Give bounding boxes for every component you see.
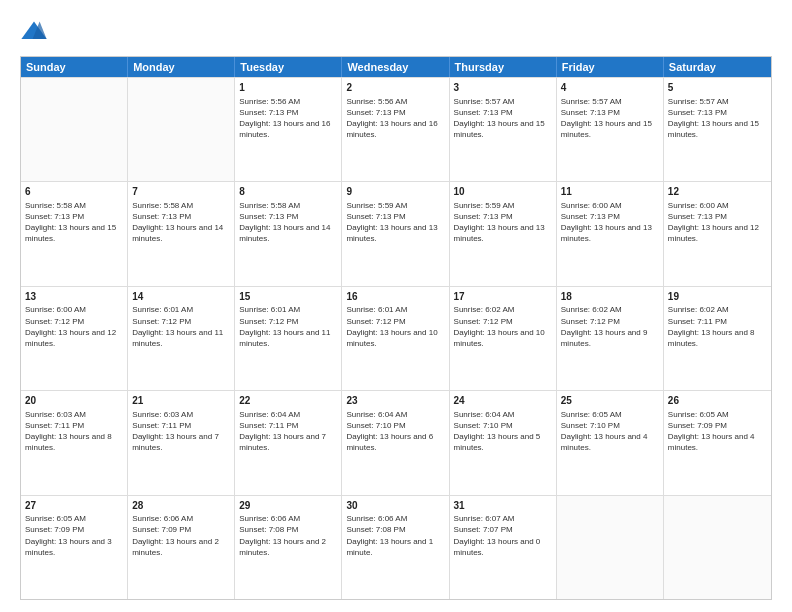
day-number: 10 — [454, 185, 552, 199]
day-number: 25 — [561, 394, 659, 408]
cell-sun-info: Sunrise: 6:02 AM Sunset: 7:12 PM Dayligh… — [454, 304, 552, 349]
calendar-cell: 31Sunrise: 6:07 AM Sunset: 7:07 PM Dayli… — [450, 496, 557, 599]
cell-sun-info: Sunrise: 5:59 AM Sunset: 7:13 PM Dayligh… — [454, 200, 552, 245]
day-number: 8 — [239, 185, 337, 199]
calendar-cell: 10Sunrise: 5:59 AM Sunset: 7:13 PM Dayli… — [450, 182, 557, 285]
cell-sun-info: Sunrise: 5:56 AM Sunset: 7:13 PM Dayligh… — [346, 96, 444, 141]
calendar-cell: 26Sunrise: 6:05 AM Sunset: 7:09 PM Dayli… — [664, 391, 771, 494]
calendar-cell: 11Sunrise: 6:00 AM Sunset: 7:13 PM Dayli… — [557, 182, 664, 285]
cell-sun-info: Sunrise: 5:56 AM Sunset: 7:13 PM Dayligh… — [239, 96, 337, 141]
calendar-body: 1Sunrise: 5:56 AM Sunset: 7:13 PM Daylig… — [21, 77, 771, 599]
cell-sun-info: Sunrise: 5:57 AM Sunset: 7:13 PM Dayligh… — [454, 96, 552, 141]
calendar-cell: 19Sunrise: 6:02 AM Sunset: 7:11 PM Dayli… — [664, 287, 771, 390]
day-number: 5 — [668, 81, 767, 95]
day-number: 7 — [132, 185, 230, 199]
day-number: 2 — [346, 81, 444, 95]
day-number: 15 — [239, 290, 337, 304]
calendar-cell: 4Sunrise: 5:57 AM Sunset: 7:13 PM Daylig… — [557, 78, 664, 181]
calendar-cell: 22Sunrise: 6:04 AM Sunset: 7:11 PM Dayli… — [235, 391, 342, 494]
calendar-cell: 3Sunrise: 5:57 AM Sunset: 7:13 PM Daylig… — [450, 78, 557, 181]
cell-sun-info: Sunrise: 6:05 AM Sunset: 7:10 PM Dayligh… — [561, 409, 659, 454]
calendar-cell: 18Sunrise: 6:02 AM Sunset: 7:12 PM Dayli… — [557, 287, 664, 390]
day-number: 27 — [25, 499, 123, 513]
calendar-row: 13Sunrise: 6:00 AM Sunset: 7:12 PM Dayli… — [21, 286, 771, 390]
cell-sun-info: Sunrise: 5:57 AM Sunset: 7:13 PM Dayligh… — [561, 96, 659, 141]
day-number: 20 — [25, 394, 123, 408]
cell-sun-info: Sunrise: 6:01 AM Sunset: 7:12 PM Dayligh… — [132, 304, 230, 349]
cell-sun-info: Sunrise: 6:02 AM Sunset: 7:11 PM Dayligh… — [668, 304, 767, 349]
cell-sun-info: Sunrise: 6:03 AM Sunset: 7:11 PM Dayligh… — [132, 409, 230, 454]
calendar-cell: 1Sunrise: 5:56 AM Sunset: 7:13 PM Daylig… — [235, 78, 342, 181]
calendar-cell: 24Sunrise: 6:04 AM Sunset: 7:10 PM Dayli… — [450, 391, 557, 494]
day-number: 26 — [668, 394, 767, 408]
cell-sun-info: Sunrise: 5:58 AM Sunset: 7:13 PM Dayligh… — [132, 200, 230, 245]
day-number: 28 — [132, 499, 230, 513]
calendar-cell — [664, 496, 771, 599]
calendar-cell: 16Sunrise: 6:01 AM Sunset: 7:12 PM Dayli… — [342, 287, 449, 390]
calendar-cell: 17Sunrise: 6:02 AM Sunset: 7:12 PM Dayli… — [450, 287, 557, 390]
calendar-cell: 9Sunrise: 5:59 AM Sunset: 7:13 PM Daylig… — [342, 182, 449, 285]
cell-sun-info: Sunrise: 6:04 AM Sunset: 7:10 PM Dayligh… — [454, 409, 552, 454]
day-number: 4 — [561, 81, 659, 95]
calendar: SundayMondayTuesdayWednesdayThursdayFrid… — [20, 56, 772, 600]
cell-sun-info: Sunrise: 6:06 AM Sunset: 7:08 PM Dayligh… — [346, 513, 444, 558]
calendar-cell — [128, 78, 235, 181]
calendar-cell: 15Sunrise: 6:01 AM Sunset: 7:12 PM Dayli… — [235, 287, 342, 390]
calendar-cell — [557, 496, 664, 599]
day-number: 16 — [346, 290, 444, 304]
calendar-row: 27Sunrise: 6:05 AM Sunset: 7:09 PM Dayli… — [21, 495, 771, 599]
cell-sun-info: Sunrise: 6:03 AM Sunset: 7:11 PM Dayligh… — [25, 409, 123, 454]
day-number: 6 — [25, 185, 123, 199]
calendar-cell: 2Sunrise: 5:56 AM Sunset: 7:13 PM Daylig… — [342, 78, 449, 181]
cell-sun-info: Sunrise: 6:00 AM Sunset: 7:13 PM Dayligh… — [561, 200, 659, 245]
calendar-day-header: Sunday — [21, 57, 128, 77]
day-number: 14 — [132, 290, 230, 304]
calendar-day-header: Tuesday — [235, 57, 342, 77]
day-number: 19 — [668, 290, 767, 304]
calendar-cell: 30Sunrise: 6:06 AM Sunset: 7:08 PM Dayli… — [342, 496, 449, 599]
calendar-day-header: Friday — [557, 57, 664, 77]
day-number: 30 — [346, 499, 444, 513]
day-number: 23 — [346, 394, 444, 408]
day-number: 12 — [668, 185, 767, 199]
calendar-cell: 6Sunrise: 5:58 AM Sunset: 7:13 PM Daylig… — [21, 182, 128, 285]
calendar-cell: 23Sunrise: 6:04 AM Sunset: 7:10 PM Dayli… — [342, 391, 449, 494]
day-number: 21 — [132, 394, 230, 408]
calendar-cell: 20Sunrise: 6:03 AM Sunset: 7:11 PM Dayli… — [21, 391, 128, 494]
day-number: 9 — [346, 185, 444, 199]
calendar-cell: 12Sunrise: 6:00 AM Sunset: 7:13 PM Dayli… — [664, 182, 771, 285]
cell-sun-info: Sunrise: 5:57 AM Sunset: 7:13 PM Dayligh… — [668, 96, 767, 141]
calendar-cell — [21, 78, 128, 181]
cell-sun-info: Sunrise: 5:58 AM Sunset: 7:13 PM Dayligh… — [25, 200, 123, 245]
calendar-cell: 8Sunrise: 5:58 AM Sunset: 7:13 PM Daylig… — [235, 182, 342, 285]
calendar-cell: 14Sunrise: 6:01 AM Sunset: 7:12 PM Dayli… — [128, 287, 235, 390]
calendar-cell: 28Sunrise: 6:06 AM Sunset: 7:09 PM Dayli… — [128, 496, 235, 599]
calendar-day-header: Saturday — [664, 57, 771, 77]
cell-sun-info: Sunrise: 6:00 AM Sunset: 7:12 PM Dayligh… — [25, 304, 123, 349]
cell-sun-info: Sunrise: 5:58 AM Sunset: 7:13 PM Dayligh… — [239, 200, 337, 245]
day-number: 29 — [239, 499, 337, 513]
calendar-cell: 13Sunrise: 6:00 AM Sunset: 7:12 PM Dayli… — [21, 287, 128, 390]
logo-icon — [20, 18, 48, 46]
calendar-day-header: Thursday — [450, 57, 557, 77]
calendar-cell: 5Sunrise: 5:57 AM Sunset: 7:13 PM Daylig… — [664, 78, 771, 181]
day-number: 13 — [25, 290, 123, 304]
cell-sun-info: Sunrise: 6:05 AM Sunset: 7:09 PM Dayligh… — [668, 409, 767, 454]
cell-sun-info: Sunrise: 6:06 AM Sunset: 7:08 PM Dayligh… — [239, 513, 337, 558]
cell-sun-info: Sunrise: 6:06 AM Sunset: 7:09 PM Dayligh… — [132, 513, 230, 558]
day-number: 18 — [561, 290, 659, 304]
calendar-cell: 7Sunrise: 5:58 AM Sunset: 7:13 PM Daylig… — [128, 182, 235, 285]
calendar-cell: 27Sunrise: 6:05 AM Sunset: 7:09 PM Dayli… — [21, 496, 128, 599]
day-number: 17 — [454, 290, 552, 304]
day-number: 24 — [454, 394, 552, 408]
header — [20, 18, 772, 46]
calendar-header: SundayMondayTuesdayWednesdayThursdayFrid… — [21, 57, 771, 77]
cell-sun-info: Sunrise: 6:04 AM Sunset: 7:11 PM Dayligh… — [239, 409, 337, 454]
calendar-cell: 29Sunrise: 6:06 AM Sunset: 7:08 PM Dayli… — [235, 496, 342, 599]
cell-sun-info: Sunrise: 6:02 AM Sunset: 7:12 PM Dayligh… — [561, 304, 659, 349]
logo — [20, 18, 52, 46]
cell-sun-info: Sunrise: 6:04 AM Sunset: 7:10 PM Dayligh… — [346, 409, 444, 454]
cell-sun-info: Sunrise: 6:00 AM Sunset: 7:13 PM Dayligh… — [668, 200, 767, 245]
calendar-day-header: Wednesday — [342, 57, 449, 77]
day-number: 11 — [561, 185, 659, 199]
